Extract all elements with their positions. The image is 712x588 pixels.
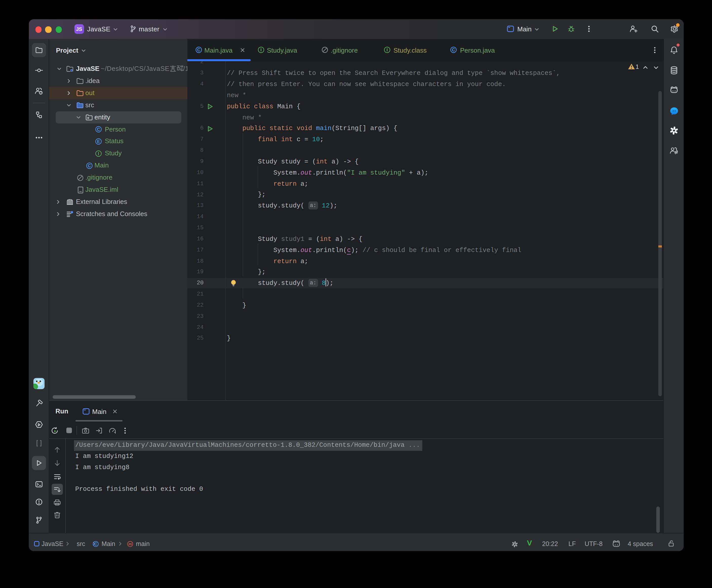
svg-text:C: C: [97, 127, 100, 132]
svg-text:m: m: [128, 542, 131, 546]
svg-text:?: ?: [40, 91, 42, 94]
svg-text:C: C: [88, 163, 90, 168]
svg-text:I: I: [387, 47, 388, 52]
svg-text:E: E: [97, 139, 100, 144]
svg-text:C: C: [452, 47, 455, 52]
svg-text:C: C: [197, 47, 200, 52]
svg-text:I: I: [260, 47, 262, 52]
svg-text:I: I: [98, 151, 99, 156]
svg-text:C: C: [94, 542, 97, 546]
